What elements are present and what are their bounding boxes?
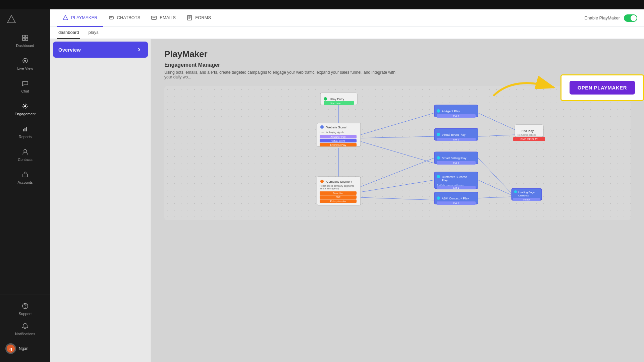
svg-text:Customer Success: Customer Success bbox=[442, 175, 467, 179]
sidebar-item-reports[interactable]: Reports bbox=[0, 121, 50, 143]
svg-line-82 bbox=[361, 197, 434, 200]
svg-text:Landing Page: Landing Page bbox=[518, 191, 535, 194]
svg-text:Virtual Event: Virtual Event bbox=[331, 140, 345, 142]
svg-point-19 bbox=[324, 97, 327, 101]
svg-point-70 bbox=[320, 180, 324, 183]
email-icon bbox=[151, 15, 157, 21]
svg-point-61 bbox=[437, 175, 440, 178]
svg-line-48 bbox=[478, 113, 515, 130]
svg-text:Exit 1: Exit 1 bbox=[453, 115, 459, 117]
open-playmaker-button[interactable]: OPEN PLAYMAKER bbox=[570, 81, 635, 95]
left-panel: Overview bbox=[50, 39, 151, 362]
top-nav: PLAYMAKER CHATBOTS bbox=[50, 9, 644, 27]
svg-text:Chatbots: Chatbots bbox=[518, 194, 529, 197]
svg-point-25 bbox=[320, 125, 324, 129]
help-icon bbox=[21, 302, 29, 310]
svg-text:Company Segment: Company Segment bbox=[326, 180, 353, 183]
forms-icon bbox=[186, 15, 193, 21]
svg-line-96 bbox=[478, 197, 512, 198]
svg-point-43 bbox=[437, 133, 440, 136]
svg-text:Exit 1: Exit 1 bbox=[453, 202, 459, 204]
tab-emails[interactable]: EMAILS bbox=[146, 9, 181, 27]
tab-forms[interactable]: FORMS bbox=[181, 9, 216, 27]
svg-rect-2 bbox=[25, 35, 28, 38]
overview-card[interactable]: Overview bbox=[53, 42, 148, 58]
engagement-manager-title: Engagement Manager bbox=[164, 62, 631, 68]
sidebar-bottom: Support Notifications g bbox=[0, 295, 50, 362]
flow-diagram: Play Entry Start here Website Signal Use… bbox=[164, 86, 631, 220]
svg-text:Smart Selling Play: Smart Selling Play bbox=[320, 187, 339, 190]
user-profile[interactable]: g Ngan bbox=[0, 339, 50, 358]
svg-text:Play: Play bbox=[442, 179, 448, 182]
enable-playmaker-label: Enable PlayMaker bbox=[585, 15, 620, 20]
svg-marker-14 bbox=[63, 15, 68, 20]
live-view-icon bbox=[21, 57, 29, 64]
svg-line-95 bbox=[478, 180, 512, 195]
sidebar-item-engagement[interactable]: Engagement bbox=[0, 98, 50, 121]
page-title: PlayMaker bbox=[164, 49, 631, 59]
svg-point-11 bbox=[24, 149, 26, 152]
chatbots-icon bbox=[108, 15, 114, 21]
svg-text:Exit 1: Exit 1 bbox=[453, 138, 459, 141]
top-bar bbox=[0, 0, 644, 9]
toggle-knob bbox=[631, 15, 637, 21]
svg-text:ABM Contact + Play: ABM Contact + Play bbox=[442, 197, 469, 200]
accounts-icon bbox=[21, 171, 29, 178]
sub-nav: dashboard plays bbox=[50, 27, 644, 39]
svg-line-94 bbox=[478, 158, 512, 193]
avatar: g bbox=[5, 343, 16, 354]
tab-chatbots[interactable]: CHATBOTS bbox=[103, 9, 146, 27]
user-name: Ngan bbox=[19, 346, 29, 351]
svg-line-80 bbox=[361, 158, 434, 187]
reports-icon bbox=[21, 125, 29, 133]
enable-playmaker-toggle[interactable] bbox=[624, 14, 637, 22]
svg-marker-0 bbox=[7, 15, 15, 23]
svg-point-89 bbox=[514, 190, 517, 193]
svg-line-49 bbox=[478, 135, 515, 136]
sidebar-item-support[interactable]: Support bbox=[0, 299, 50, 319]
svg-text:AI Agent Play: AI Agent Play bbox=[442, 110, 460, 113]
sidebar-item-accounts[interactable]: Accounts bbox=[0, 166, 50, 189]
top-nav-tabs: PLAYMAKER CHATBOTS bbox=[57, 9, 216, 27]
svg-line-81 bbox=[361, 180, 434, 192]
engagement-icon bbox=[21, 103, 29, 110]
svg-text:Exit 1: Exit 1 bbox=[453, 187, 459, 189]
svg-text:Play Entry: Play Entry bbox=[330, 98, 344, 101]
sidebar-item-notifications[interactable]: Notifications bbox=[0, 319, 50, 339]
cta-overlay: OPEN PLAYMAKER bbox=[487, 72, 644, 103]
sub-nav-plays[interactable]: plays bbox=[87, 27, 100, 39]
sub-nav-dashboard[interactable]: dashboard bbox=[57, 27, 80, 39]
main-content: PLAYMAKER CHATBOTS bbox=[50, 9, 644, 362]
svg-text:Start here: Start here bbox=[330, 102, 341, 105]
bell-icon bbox=[21, 322, 29, 330]
svg-point-6 bbox=[24, 60, 26, 62]
overview-label: Overview bbox=[58, 47, 81, 53]
sidebar-item-chat[interactable]: Chat bbox=[0, 75, 50, 98]
avatar-initials: g bbox=[7, 345, 15, 353]
svg-text:Virtual Event Play: Virtual Event Play bbox=[442, 133, 466, 136]
svg-text:No further actions: No further actions bbox=[518, 134, 536, 136]
engagement-desc: Using bots, emails, and alerts, create t… bbox=[164, 70, 399, 79]
svg-text:InitBot: InitBot bbox=[523, 198, 530, 201]
svg-point-56 bbox=[437, 156, 440, 160]
svg-text:Used for buying signals: Used for buying signals bbox=[320, 131, 344, 134]
svg-rect-1 bbox=[22, 35, 25, 38]
svg-rect-10 bbox=[26, 127, 27, 131]
contacts-icon bbox=[21, 148, 29, 156]
tab-playmaker[interactable]: PLAYMAKER bbox=[57, 9, 103, 27]
sidebar-item-live-view[interactable]: Live View bbox=[0, 52, 50, 75]
chat-icon bbox=[21, 80, 29, 87]
app-logo[interactable] bbox=[0, 9, 50, 29]
svg-line-36 bbox=[361, 141, 434, 163]
svg-point-7 bbox=[24, 105, 26, 107]
svg-point-38 bbox=[437, 109, 440, 113]
sidebar-item-dashboard[interactable]: Dashboard bbox=[0, 29, 50, 52]
svg-rect-16 bbox=[152, 16, 156, 19]
playmaker-icon bbox=[62, 15, 68, 21]
svg-text:End Play: End Play bbox=[522, 129, 534, 133]
svg-line-35 bbox=[361, 136, 434, 138]
svg-text:AI Starter Play: AI Starter Play bbox=[330, 136, 346, 138]
svg-text:Enterprise-plus: Enterprise-plus bbox=[330, 200, 346, 203]
svg-text:Exit 1: Exit 1 bbox=[453, 162, 459, 164]
sidebar-item-contacts[interactable]: Contacts bbox=[0, 143, 50, 166]
